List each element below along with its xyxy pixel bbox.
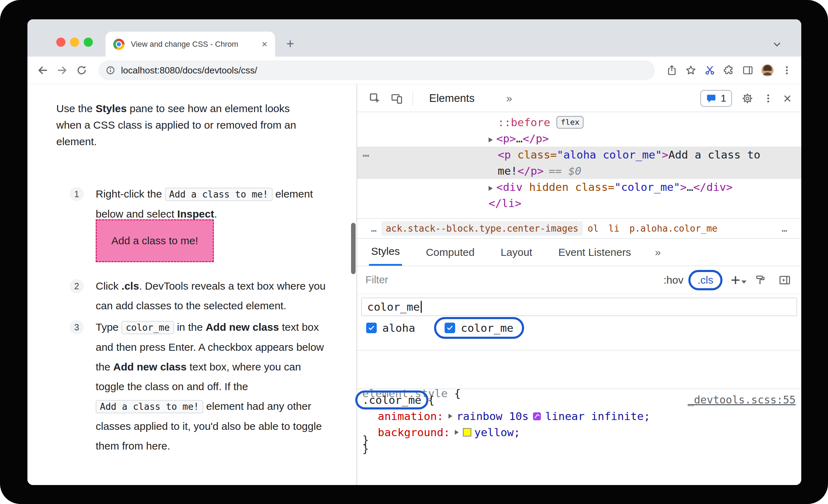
intro-bold-styles: Styles bbox=[96, 103, 127, 114]
text-segment: . bbox=[214, 208, 217, 220]
declaration-animation[interactable]: animation:rainbow 10slinear infinite; bbox=[362, 408, 801, 424]
step-1: 1 Right-click the Add a class to me! ele… bbox=[70, 184, 348, 224]
dom-row-pseudo-before[interactable]: ::beforeflex bbox=[357, 114, 801, 130]
issues-bubble-icon bbox=[706, 93, 716, 104]
collapsed-dots[interactable]: … bbox=[516, 132, 523, 145]
attr-name: hidden bbox=[523, 181, 569, 193]
bold-inspect: Inspect bbox=[177, 208, 214, 220]
hov-toggle-button[interactable]: :hov bbox=[663, 274, 683, 286]
settings-gear-button[interactable] bbox=[742, 93, 753, 104]
tag-open: <p> bbox=[496, 132, 516, 145]
breadcrumb-item[interactable]: ol bbox=[583, 223, 604, 234]
collapsed-dots[interactable]: … bbox=[687, 181, 693, 193]
share-button[interactable] bbox=[666, 65, 677, 76]
breadcrumb-overflow-left[interactable]: … bbox=[366, 223, 382, 234]
dom-row-div-hidden[interactable]: <div hidden class="color_me">…</div> bbox=[357, 179, 801, 195]
breadcrumb-item[interactable]: li bbox=[604, 223, 624, 234]
tab-close-icon[interactable]: × bbox=[262, 39, 267, 49]
checkbox-label: aloha bbox=[382, 322, 415, 334]
tag-bracket: > bbox=[662, 148, 669, 161]
rule-selector-line: .color_me {_devtools.scss:55 bbox=[362, 392, 801, 408]
font-editor-button[interactable] bbox=[755, 274, 766, 286]
expand-arrow-icon[interactable] bbox=[448, 414, 452, 419]
dollar-zero-marker: == $0 bbox=[549, 164, 581, 177]
add-class-input[interactable]: color_me bbox=[361, 298, 797, 316]
color-me-style-rule[interactable]: .color_me {_devtools.scss:55 animation:r… bbox=[357, 389, 801, 485]
add-class-input-value: color_me bbox=[367, 301, 420, 313]
checkbox-checked-icon[interactable] bbox=[445, 323, 455, 333]
class-checkbox-color-me[interactable]: color_me bbox=[445, 322, 513, 334]
zoom-window-button[interactable] bbox=[84, 38, 93, 47]
browser-tab[interactable]: View and change CSS - Chrom × bbox=[106, 32, 275, 57]
element-style-rule[interactable]: element.style { } bbox=[357, 350, 801, 389]
color-swatch-yellow[interactable] bbox=[463, 428, 471, 437]
checkbox-checked-icon[interactable] bbox=[366, 323, 377, 333]
address-bar[interactable]: localhost:8080/docs/devtools/css/ bbox=[98, 60, 655, 80]
expand-arrow-icon[interactable] bbox=[489, 137, 493, 142]
back-button[interactable] bbox=[37, 64, 49, 76]
styles-filter-input[interactable] bbox=[365, 274, 534, 286]
breadcrumb-item[interactable]: p.aloha.color_me bbox=[624, 223, 722, 234]
tag-bracket: > bbox=[680, 181, 687, 193]
show-sidebar-button[interactable] bbox=[779, 274, 791, 286]
forward-button[interactable] bbox=[56, 64, 68, 76]
extensions-puzzle-icon[interactable] bbox=[723, 65, 734, 76]
more-panels-button[interactable]: » bbox=[506, 92, 512, 104]
dom-row-li-close[interactable]: </li> bbox=[357, 195, 801, 211]
breadcrumb-bar: … ack.stack--block.type.center-images ol… bbox=[357, 218, 801, 239]
devtools-menu-button[interactable] bbox=[763, 93, 773, 104]
device-toolbar-button[interactable] bbox=[391, 92, 403, 104]
add-class-demo-box[interactable]: Add a class to me! bbox=[96, 219, 214, 262]
inline-code-add-class: Add a class to me! bbox=[165, 188, 273, 201]
inspect-element-button[interactable] bbox=[369, 92, 381, 104]
stylesheet-source-link[interactable]: _devtools.scss:55 bbox=[688, 392, 796, 408]
text-segment: in the bbox=[174, 321, 206, 333]
tab-layout[interactable]: Layout bbox=[498, 239, 534, 266]
close-window-button[interactable] bbox=[56, 38, 65, 47]
dom-row-p-collapsed[interactable]: <p>…</p> bbox=[357, 130, 801, 147]
tab-styles[interactable]: Styles bbox=[369, 239, 402, 266]
css-property-value: rainbow 10s bbox=[457, 408, 529, 424]
flex-badge[interactable]: flex bbox=[556, 116, 584, 129]
scissors-extension-icon[interactable] bbox=[704, 65, 715, 76]
doc-scrollbar-thumb[interactable] bbox=[351, 223, 356, 274]
toolbar-divider bbox=[413, 91, 413, 106]
devtools-panel: Elements » 1 × ::beforeflex <p>…</p> … <… bbox=[357, 85, 801, 485]
rule-close-line: } bbox=[362, 440, 801, 457]
tag-close: </p> bbox=[517, 164, 544, 177]
breadcrumb-overflow-right[interactable]: … bbox=[777, 223, 792, 234]
more-tabs-button[interactable]: » bbox=[655, 239, 661, 266]
tab-computed[interactable]: Computed bbox=[424, 239, 477, 266]
expand-arrow-icon[interactable] bbox=[455, 430, 459, 435]
side-panel-icon[interactable] bbox=[742, 65, 753, 76]
new-tab-button[interactable]: + bbox=[286, 37, 294, 50]
browser-menu-icon[interactable] bbox=[782, 65, 792, 76]
expand-arrow-icon[interactable] bbox=[489, 186, 493, 191]
minimize-window-button[interactable] bbox=[70, 38, 79, 47]
add-class-section: color_me aloha color_me bbox=[357, 294, 801, 350]
attr-value: "color_me" bbox=[614, 181, 680, 193]
declaration-background[interactable]: background:yellow; bbox=[362, 424, 801, 440]
site-info-icon[interactable] bbox=[106, 65, 115, 75]
issues-counter[interactable]: 1 bbox=[700, 90, 732, 107]
selected-dom-node[interactable]: … <p class="aloha color_me">Add a class … bbox=[357, 147, 801, 179]
breadcrumb-item[interactable]: ack.stack--block.type.center-images bbox=[382, 221, 583, 235]
tab-search-chevron-icon[interactable] bbox=[772, 39, 782, 51]
cls-toggle-button[interactable]: .cls bbox=[698, 274, 713, 286]
animation-shortcut-icon[interactable] bbox=[532, 412, 542, 421]
tab-title: View and change CSS - Chrom bbox=[131, 40, 255, 49]
pseudo-before-node[interactable]: ::before bbox=[498, 116, 550, 129]
new-style-rule-button[interactable] bbox=[730, 274, 741, 286]
devtools-close-button[interactable]: × bbox=[783, 91, 791, 105]
tab-elements[interactable]: Elements bbox=[429, 92, 474, 105]
node-more-button[interactable]: … bbox=[363, 147, 370, 159]
reload-button[interactable] bbox=[76, 65, 87, 76]
bold-add-new-class: Add new class bbox=[206, 321, 279, 333]
bookmark-star-icon[interactable] bbox=[685, 65, 696, 76]
profile-avatar[interactable] bbox=[761, 64, 774, 77]
css-property-name: animation: bbox=[378, 408, 444, 424]
checkbox-label: color_me bbox=[461, 322, 513, 334]
color-me-selector[interactable]: .color_me bbox=[362, 394, 421, 406]
tab-event-listeners[interactable]: Event Listeners bbox=[556, 239, 633, 266]
class-checkbox-aloha[interactable]: aloha bbox=[366, 322, 415, 334]
